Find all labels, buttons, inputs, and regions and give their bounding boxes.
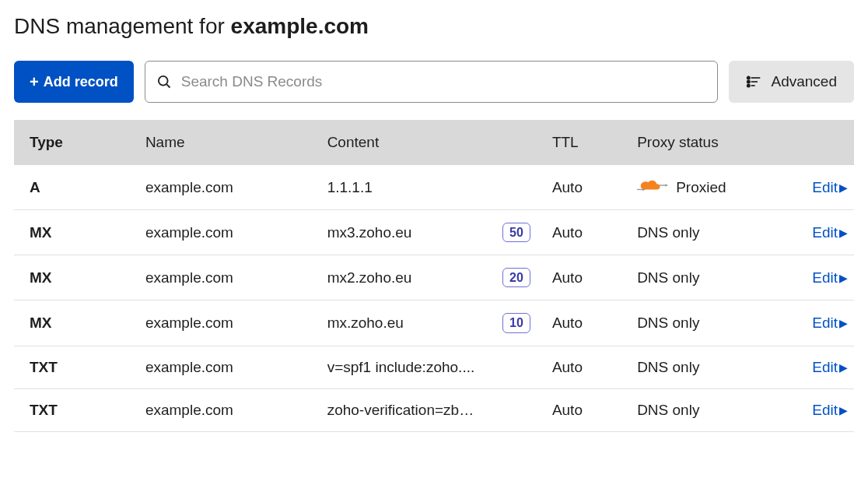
search-input[interactable] [172,73,707,90]
chevron-right-icon: ▶ [839,181,848,194]
cell-type: TXT [14,388,145,431]
cell-name: example.com [145,210,327,255]
priority-badge: 50 [502,223,530,242]
proxy-status-text: Proxied [676,179,726,196]
cell-proxy: DNS only [637,210,792,255]
svg-line-1 [166,84,170,87]
table-row: MXexample.commx2.zoho.eu20AutoDNS onlyEd… [14,255,854,301]
plus-icon: + [30,74,39,90]
table-header-row: Type Name Content TTL Proxy status [14,120,854,165]
edit-label: Edit [812,269,838,286]
table-row: MXexample.commx3.zoho.eu50AutoDNS onlyEd… [14,210,854,255]
edit-label: Edit [812,402,838,419]
cell-proxy: Proxied [637,165,792,210]
cell-proxy: DNS only [637,301,792,346]
col-header-ttl: TTL [552,120,637,165]
cell-proxy: DNS only [637,346,792,388]
content-text: zoho-verification=zb… [327,402,474,419]
cell-action: Edit▶ [792,165,854,210]
priority-badge: 20 [502,268,530,287]
cell-content: mx.zoho.eu10 [327,301,552,346]
edit-label: Edit [812,224,838,241]
table-row: TXTexample.comzoho-verification=zb…AutoD… [14,388,854,431]
edit-button[interactable]: Edit▶ [812,224,848,241]
svg-point-6 [747,84,750,86]
edit-button[interactable]: Edit▶ [812,315,848,332]
cell-ttl: Auto [552,388,637,431]
table-row: Aexample.com1.1.1.1AutoProxiedEdit▶ [14,165,854,210]
search-icon [156,74,172,90]
cell-content: v=spf1 include:zoho.... [327,346,552,388]
col-header-content: Content [327,120,552,165]
content-text: mx3.zoho.eu [327,224,412,241]
filter-icon [746,76,761,88]
proxy-status-text: DNS only [637,315,699,332]
chevron-right-icon: ▶ [839,404,848,416]
chevron-right-icon: ▶ [839,361,848,374]
advanced-button[interactable]: Advanced [729,61,854,103]
col-header-name: Name [145,120,327,165]
toolbar: + Add record Advanced [14,61,854,103]
chevron-right-icon: ▶ [839,272,848,284]
cell-action: Edit▶ [792,210,854,255]
content-text: mx2.zoho.eu [327,269,412,286]
table-row: MXexample.commx.zoho.eu10AutoDNS onlyEdi… [14,301,854,346]
cell-action: Edit▶ [792,301,854,346]
cell-ttl: Auto [552,255,637,301]
cell-ttl: Auto [552,301,637,346]
cell-type: MX [14,255,145,301]
cell-name: example.com [145,255,327,301]
add-record-button[interactable]: + Add record [14,61,134,103]
cell-name: example.com [145,388,327,431]
cell-content: zoho-verification=zb… [327,388,552,431]
add-record-label: Add record [44,74,118,90]
col-header-proxy: Proxy status [637,120,792,165]
svg-marker-11 [666,184,669,187]
content-text: mx.zoho.eu [327,315,404,332]
cell-content: 1.1.1.1 [327,165,552,210]
cell-name: example.com [145,165,327,210]
cell-type: MX [14,210,145,255]
priority-badge: 10 [502,313,530,332]
cell-action: Edit▶ [792,346,854,388]
page-title: DNS management for example.com [14,14,854,39]
table-row: TXTexample.comv=spf1 include:zoho....Aut… [14,346,854,388]
col-header-action [792,120,854,165]
edit-button[interactable]: Edit▶ [812,359,848,376]
svg-point-2 [747,76,750,79]
cell-type: TXT [14,346,145,388]
cell-proxy: DNS only [637,255,792,301]
content-text: v=spf1 include:zoho.... [327,359,475,376]
cell-action: Edit▶ [792,255,854,301]
cell-type: MX [14,301,145,346]
cell-ttl: Auto [552,165,637,210]
proxy-status-text: DNS only [637,402,699,419]
proxy-status-text: DNS only [637,269,699,286]
cell-ttl: Auto [552,346,637,388]
cell-content: mx3.zoho.eu50 [327,210,552,255]
svg-point-4 [747,80,750,83]
cell-content: mx2.zoho.eu20 [327,255,552,301]
edit-label: Edit [812,359,838,376]
proxy-status-text: DNS only [637,224,699,241]
chevron-right-icon: ▶ [839,317,848,329]
edit-button[interactable]: Edit▶ [812,269,848,286]
chevron-right-icon: ▶ [839,227,848,239]
title-prefix: DNS management for [14,14,231,38]
content-text: 1.1.1.1 [327,179,373,196]
title-domain: example.com [231,14,369,38]
cell-name: example.com [145,346,327,388]
col-header-type: Type [14,120,145,165]
edit-button[interactable]: Edit▶ [812,179,848,196]
edit-button[interactable]: Edit▶ [812,402,848,419]
cell-action: Edit▶ [792,388,854,431]
cell-ttl: Auto [552,210,637,255]
cell-proxy: DNS only [637,388,792,431]
proxied-cloud-icon [637,177,668,197]
advanced-label: Advanced [771,73,837,90]
dns-records-table: Type Name Content TTL Proxy status Aexam… [14,120,854,432]
search-field-wrap[interactable] [145,61,719,103]
cell-name: example.com [145,301,327,346]
edit-label: Edit [812,315,838,332]
svg-point-0 [159,76,168,86]
